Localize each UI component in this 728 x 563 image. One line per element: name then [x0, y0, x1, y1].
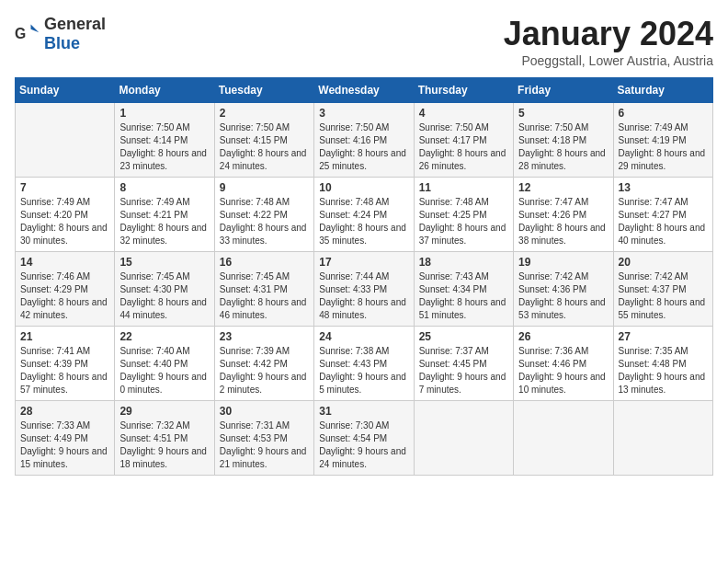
- svg-marker-1: [31, 25, 40, 33]
- calendar-cell: 1Sunrise: 7:50 AMSunset: 4:14 PMDaylight…: [115, 103, 214, 178]
- calendar-cell: 24Sunrise: 7:38 AMSunset: 4:43 PMDayligh…: [314, 327, 414, 401]
- weekday-header-sunday: Sunday: [16, 78, 115, 103]
- day-number: 11: [419, 181, 508, 194]
- day-info: Sunrise: 7:32 AMSunset: 4:51 PMDaylight:…: [119, 419, 209, 471]
- day-number: 20: [619, 256, 708, 269]
- calendar-cell: [16, 103, 115, 178]
- day-info: Sunrise: 7:45 AMSunset: 4:30 PMDaylight:…: [119, 270, 209, 322]
- day-number: 15: [119, 256, 209, 269]
- day-number: 1: [119, 107, 209, 120]
- day-number: 9: [220, 181, 309, 194]
- calendar-cell: 14Sunrise: 7:46 AMSunset: 4:29 PMDayligh…: [16, 252, 115, 327]
- location-title: Poeggstall, Lower Austria, Austria: [504, 53, 713, 68]
- day-info: Sunrise: 7:50 AMSunset: 4:14 PMDaylight:…: [119, 121, 209, 173]
- calendar-cell: 4Sunrise: 7:50 AMSunset: 4:17 PMDaylight…: [414, 103, 513, 178]
- day-info: Sunrise: 7:42 AMSunset: 4:36 PMDaylight:…: [518, 270, 608, 322]
- day-number: 29: [119, 405, 209, 418]
- logo-icon: G: [15, 21, 40, 47]
- calendar-cell: 30Sunrise: 7:31 AMSunset: 4:53 PMDayligh…: [214, 401, 313, 476]
- day-number: 3: [319, 107, 408, 120]
- calendar-cell: 15Sunrise: 7:45 AMSunset: 4:30 PMDayligh…: [115, 252, 214, 327]
- weekday-header-tuesday: Tuesday: [214, 78, 313, 103]
- day-info: Sunrise: 7:31 AMSunset: 4:53 PMDaylight:…: [220, 419, 309, 471]
- calendar-cell: 11Sunrise: 7:48 AMSunset: 4:25 PMDayligh…: [414, 178, 513, 252]
- day-number: 24: [319, 330, 408, 343]
- day-info: Sunrise: 7:47 AMSunset: 4:27 PMDaylight:…: [619, 196, 708, 247]
- day-info: Sunrise: 7:48 AMSunset: 4:22 PMDaylight:…: [220, 196, 309, 247]
- calendar-cell: 23Sunrise: 7:39 AMSunset: 4:42 PMDayligh…: [214, 327, 313, 401]
- day-number: 8: [119, 181, 209, 194]
- calendar-cell: 2Sunrise: 7:50 AMSunset: 4:15 PMDaylight…: [214, 103, 313, 178]
- calendar-cell: 6Sunrise: 7:49 AMSunset: 4:19 PMDaylight…: [613, 103, 712, 178]
- calendar-cell: 16Sunrise: 7:45 AMSunset: 4:31 PMDayligh…: [214, 252, 313, 327]
- weekday-header-monday: Monday: [115, 78, 214, 103]
- day-info: Sunrise: 7:43 AMSunset: 4:34 PMDaylight:…: [419, 270, 508, 322]
- day-info: Sunrise: 7:48 AMSunset: 4:25 PMDaylight:…: [419, 196, 508, 247]
- day-number: 23: [220, 330, 309, 343]
- day-info: Sunrise: 7:30 AMSunset: 4:54 PMDaylight:…: [319, 419, 408, 471]
- logo-blue: Blue: [44, 34, 80, 52]
- calendar-cell: 20Sunrise: 7:42 AMSunset: 4:37 PMDayligh…: [613, 252, 712, 327]
- weekday-header-thursday: Thursday: [414, 78, 513, 103]
- day-number: 18: [419, 256, 508, 269]
- calendar-cell: [613, 401, 712, 476]
- calendar-cell: 13Sunrise: 7:47 AMSunset: 4:27 PMDayligh…: [613, 178, 712, 252]
- calendar-cell: 26Sunrise: 7:36 AMSunset: 4:46 PMDayligh…: [514, 327, 613, 401]
- calendar-cell: 5Sunrise: 7:50 AMSunset: 4:18 PMDaylight…: [514, 103, 613, 178]
- day-info: Sunrise: 7:50 AMSunset: 4:15 PMDaylight:…: [220, 121, 309, 173]
- day-number: 14: [20, 256, 109, 269]
- day-info: Sunrise: 7:48 AMSunset: 4:24 PMDaylight:…: [319, 196, 408, 247]
- day-info: Sunrise: 7:47 AMSunset: 4:26 PMDaylight:…: [518, 196, 608, 247]
- calendar-cell: 19Sunrise: 7:42 AMSunset: 4:36 PMDayligh…: [514, 252, 613, 327]
- weekday-header-wednesday: Wednesday: [314, 78, 414, 103]
- day-info: Sunrise: 7:35 AMSunset: 4:48 PMDaylight:…: [619, 345, 708, 396]
- calendar-cell: 22Sunrise: 7:40 AMSunset: 4:40 PMDayligh…: [115, 327, 214, 401]
- day-number: 22: [119, 330, 209, 343]
- day-number: 6: [619, 107, 708, 120]
- day-info: Sunrise: 7:37 AMSunset: 4:45 PMDaylight:…: [419, 345, 508, 396]
- day-number: 17: [319, 256, 408, 269]
- calendar-cell: [414, 401, 513, 476]
- calendar-cell: 29Sunrise: 7:32 AMSunset: 4:51 PMDayligh…: [115, 401, 214, 476]
- day-number: 21: [20, 330, 109, 343]
- day-info: Sunrise: 7:49 AMSunset: 4:19 PMDaylight:…: [619, 121, 708, 173]
- calendar-cell: 27Sunrise: 7:35 AMSunset: 4:48 PMDayligh…: [613, 327, 712, 401]
- day-number: 25: [419, 330, 508, 343]
- calendar-cell: 12Sunrise: 7:47 AMSunset: 4:26 PMDayligh…: [514, 178, 613, 252]
- day-info: Sunrise: 7:49 AMSunset: 4:21 PMDaylight:…: [119, 196, 209, 247]
- calendar-cell: 28Sunrise: 7:33 AMSunset: 4:49 PMDayligh…: [16, 401, 115, 476]
- day-number: 16: [220, 256, 309, 269]
- day-number: 4: [419, 107, 508, 120]
- day-info: Sunrise: 7:33 AMSunset: 4:49 PMDaylight:…: [20, 419, 109, 471]
- calendar-cell: 8Sunrise: 7:49 AMSunset: 4:21 PMDaylight…: [115, 178, 214, 252]
- day-number: 31: [319, 405, 408, 418]
- day-number: 28: [20, 405, 109, 418]
- day-number: 2: [220, 107, 309, 120]
- day-number: 27: [619, 330, 708, 343]
- svg-text:G: G: [15, 26, 26, 41]
- title-section: January 2024 Poeggstall, Lower Austria, …: [504, 15, 713, 68]
- calendar-cell: 31Sunrise: 7:30 AMSunset: 4:54 PMDayligh…: [314, 401, 414, 476]
- day-info: Sunrise: 7:38 AMSunset: 4:43 PMDaylight:…: [319, 345, 408, 396]
- day-info: Sunrise: 7:49 AMSunset: 4:20 PMDaylight:…: [20, 196, 109, 247]
- calendar-cell: 3Sunrise: 7:50 AMSunset: 4:16 PMDaylight…: [314, 103, 414, 178]
- day-info: Sunrise: 7:36 AMSunset: 4:46 PMDaylight:…: [518, 345, 608, 396]
- day-number: 5: [518, 107, 608, 120]
- calendar-cell: 17Sunrise: 7:44 AMSunset: 4:33 PMDayligh…: [314, 252, 414, 327]
- day-info: Sunrise: 7:46 AMSunset: 4:29 PMDaylight:…: [20, 270, 109, 322]
- day-info: Sunrise: 7:50 AMSunset: 4:16 PMDaylight:…: [319, 121, 408, 173]
- calendar-cell: 7Sunrise: 7:49 AMSunset: 4:20 PMDaylight…: [16, 178, 115, 252]
- day-info: Sunrise: 7:44 AMSunset: 4:33 PMDaylight:…: [319, 270, 408, 322]
- logo-general: General: [44, 15, 106, 33]
- day-number: 19: [518, 256, 608, 269]
- day-info: Sunrise: 7:41 AMSunset: 4:39 PMDaylight:…: [20, 345, 109, 396]
- day-number: 13: [619, 181, 708, 194]
- calendar-table: SundayMondayTuesdayWednesdayThursdayFrid…: [15, 77, 713, 476]
- day-number: 12: [518, 181, 608, 194]
- weekday-header-friday: Friday: [514, 78, 613, 103]
- day-info: Sunrise: 7:50 AMSunset: 4:18 PMDaylight:…: [518, 121, 608, 173]
- logo: G General Blue: [15, 15, 106, 53]
- header: G General Blue January 2024 Poeggstall, …: [15, 15, 713, 68]
- calendar-cell: [514, 401, 613, 476]
- calendar-cell: 9Sunrise: 7:48 AMSunset: 4:22 PMDaylight…: [214, 178, 313, 252]
